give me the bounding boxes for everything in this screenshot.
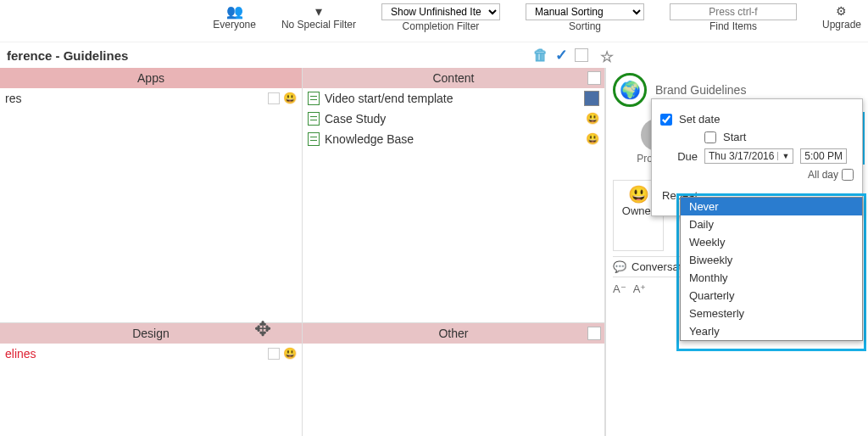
columns-area: Apps res Content Video start/end templat… — [0, 68, 605, 436]
everyone-tool[interactable]: 👥 Everyone — [213, 3, 256, 31]
funnel-icon: ▾ — [315, 3, 322, 19]
globe-icon: 🌍 — [613, 73, 647, 107]
start-label: Start — [723, 131, 746, 143]
content-header-checkbox[interactable] — [587, 71, 601, 85]
chat-icon: 💬 — [613, 260, 626, 273]
due-time-picker[interactable]: 5:00 PM — [800, 148, 847, 164]
repeat-option[interactable]: Weekly — [681, 233, 862, 251]
allday-label: All day — [808, 169, 838, 181]
completion-label: Completion Filter — [403, 20, 480, 32]
filter-tool[interactable]: ▾ No Special Filter — [281, 3, 356, 31]
repeat-option[interactable]: Semesterly — [681, 305, 862, 322]
content-header-label: Content — [432, 71, 474, 85]
font-smaller[interactable]: A⁻ — [613, 282, 626, 295]
due-time-value: 5:00 PM — [804, 150, 843, 162]
face-icon — [586, 112, 599, 126]
drag-handle-icon[interactable] — [253, 319, 276, 343]
apps-header-label: Apps — [137, 71, 164, 85]
detail-title: Brand Guidelines — [655, 83, 746, 97]
people-icon: 👥 — [226, 3, 243, 19]
repeat-option[interactable]: Monthly — [681, 269, 862, 287]
other-header-checkbox[interactable] — [587, 327, 601, 340]
due-date-value: Thu 3/17/2016 — [709, 150, 774, 162]
doc-icon — [308, 112, 320, 126]
list-item[interactable]: res — [0, 88, 302, 109]
toolbar: 👥 Everyone ▾ No Special Filter Show Unfi… — [0, 0, 868, 42]
item-checkbox[interactable] — [268, 92, 280, 104]
completion-select[interactable]: Show Unfinished Items — [381, 3, 500, 20]
item-checkbox[interactable] — [268, 348, 280, 360]
start-checkbox[interactable] — [704, 131, 716, 143]
list-item[interactable]: elines — [0, 344, 302, 364]
due-date-picker[interactable]: Thu 3/17/2016▼ — [704, 148, 793, 164]
doc-icon — [308, 132, 320, 146]
due-label: Due — [660, 150, 698, 163]
apps-header[interactable]: Apps — [0, 68, 302, 88]
content-column: Content Video start/end template Case St… — [303, 68, 605, 322]
upgrade-label: Upgrade — [822, 19, 861, 31]
item-label: Case Study — [325, 112, 386, 126]
breadcrumb: ference - Guidelines 🗑 ✓ ☆ — [0, 42, 868, 68]
sorting-select[interactable]: Manual Sorting — [526, 3, 644, 20]
find-label: Find Items — [709, 20, 757, 32]
design-header-label: Design — [132, 327, 170, 340]
check-icon[interactable]: ✓ — [555, 46, 568, 64]
repeat-option[interactable]: Daily — [681, 215, 862, 233]
face-icon — [283, 347, 297, 361]
trash-icon[interactable]: 🗑 — [533, 47, 548, 64]
font-larger[interactable]: A⁺ — [633, 282, 647, 295]
face-icon — [586, 132, 599, 146]
owner-label: Owner — [622, 204, 654, 217]
header-checkbox[interactable] — [575, 48, 588, 62]
setdate-label: Set date — [679, 113, 720, 126]
repeat-option[interactable]: Biweekly — [681, 251, 862, 269]
upgrade-icon: ⚙ — [836, 3, 847, 19]
list-item[interactable]: Case Study — [303, 109, 604, 129]
upgrade-tool[interactable]: ⚙ Upgrade — [822, 3, 861, 31]
completion-filter: Show Unfinished Items Completion Filter — [381, 3, 500, 32]
item-label: res — [5, 92, 21, 105]
avatar-icon — [584, 91, 599, 106]
other-header-label: Other — [438, 327, 468, 340]
item-label: elines — [5, 347, 36, 361]
sorting-tool: Manual Sorting Sorting — [526, 3, 644, 32]
everyone-label: Everyone — [213, 19, 256, 31]
setdate-checkbox[interactable] — [660, 114, 672, 126]
item-label: Knowledge Base — [325, 132, 414, 146]
content-header[interactable]: Content — [303, 68, 604, 88]
filter-label: No Special Filter — [281, 19, 356, 31]
find-tool: Find Items — [670, 3, 797, 32]
doc-icon — [308, 92, 320, 105]
breadcrumb-text: ference - Guidelines — [7, 48, 128, 63]
owner-face-icon: 😃 — [628, 184, 649, 204]
list-item[interactable]: Knowledge Base — [303, 129, 604, 149]
repeat-option[interactable]: Never — [681, 198, 862, 215]
other-header[interactable]: Other — [303, 323, 604, 344]
other-column: Other — [303, 323, 605, 436]
item-label: Video start/end template — [325, 92, 453, 105]
repeat-option[interactable]: Quarterly — [681, 287, 862, 305]
apps-column: Apps res — [0, 68, 303, 322]
repeat-dropdown: Never Daily Weekly Biweekly Monthly Quar… — [680, 197, 863, 341]
find-input[interactable] — [670, 3, 797, 20]
chevron-down-icon: ▼ — [777, 152, 789, 160]
sorting-label: Sorting — [569, 20, 601, 32]
repeat-option[interactable]: Yearly — [681, 322, 862, 340]
face-icon — [283, 92, 297, 105]
allday-checkbox[interactable] — [842, 169, 854, 181]
star-icon[interactable]: ☆ — [600, 48, 614, 66]
list-item[interactable]: Video start/end template — [303, 88, 604, 109]
